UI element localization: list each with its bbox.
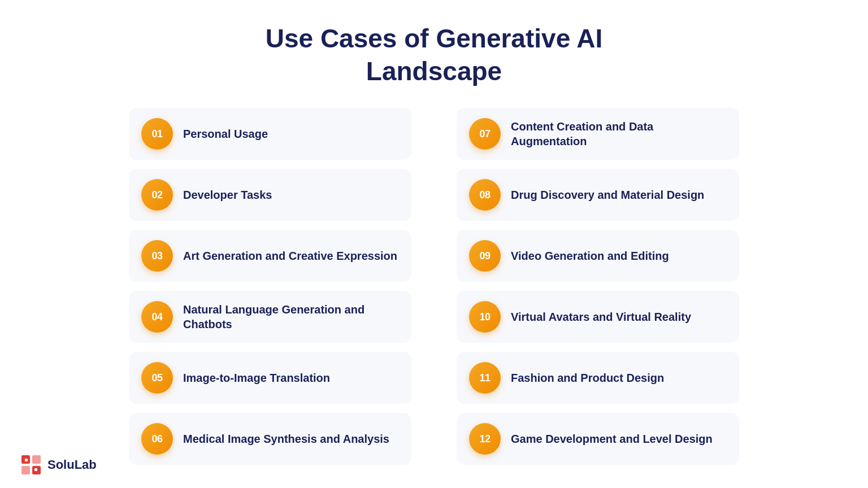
title-line1: Use Cases of Generative AI	[266, 24, 603, 53]
use-case-card: 11Fashion and Product Design	[457, 352, 739, 404]
use-case-badge: 10	[469, 301, 501, 333]
use-case-badge: 11	[469, 362, 501, 394]
title-line2: Landscape	[366, 56, 502, 86]
use-case-label: Developer Tasks	[183, 188, 272, 202]
use-case-card: 01Personal Usage	[129, 108, 411, 160]
svg-rect-4	[25, 459, 28, 461]
use-case-label: Natural Language Generation and Chatbots	[183, 302, 399, 332]
use-case-card: 07Content Creation and Data Augmentation	[457, 108, 739, 160]
use-case-card: 12Game Development and Level Design	[457, 413, 739, 465]
use-case-label: Drug Discovery and Material Design	[511, 188, 704, 202]
use-case-badge: 07	[469, 118, 501, 150]
use-case-badge: 04	[141, 301, 173, 333]
svg-rect-2	[21, 466, 30, 474]
use-case-label: Art Generation and Creative Expression	[183, 249, 397, 263]
use-case-card: 06Medical Image Synthesis and Analysis	[129, 413, 411, 465]
use-case-card: 10Virtual Avatars and Virtual Reality	[457, 291, 739, 343]
use-cases-grid: 01Personal Usage07Content Creation and D…	[123, 108, 745, 465]
svg-rect-5	[34, 468, 37, 471]
use-case-card: 05Image-to-Image Translation	[129, 352, 411, 404]
use-case-badge: 09	[469, 240, 501, 272]
svg-rect-1	[32, 455, 41, 464]
use-case-label: Game Development and Level Design	[511, 432, 713, 446]
use-case-card: 08Drug Discovery and Material Design	[457, 169, 739, 221]
use-case-badge: 06	[141, 423, 173, 455]
use-case-badge: 01	[141, 118, 173, 150]
use-case-label: Image-to-Image Translation	[183, 371, 330, 385]
logo-text: SoluLab	[47, 457, 97, 472]
logo-area: SoluLab	[20, 454, 97, 476]
use-case-badge: 03	[141, 240, 173, 272]
use-case-badge: 05	[141, 362, 173, 394]
use-case-badge: 02	[141, 179, 173, 211]
use-case-card: 03Art Generation and Creative Expression	[129, 230, 411, 282]
use-case-label: Virtual Avatars and Virtual Reality	[511, 310, 691, 324]
use-case-label: Fashion and Product Design	[511, 371, 664, 385]
use-case-badge: 12	[469, 423, 501, 455]
page-title: Use Cases of Generative AI Landscape	[266, 23, 603, 88]
use-case-card: 09Video Generation and Editing	[457, 230, 739, 282]
use-case-card: 04Natural Language Generation and Chatbo…	[129, 291, 411, 343]
use-case-label: Video Generation and Editing	[511, 249, 669, 263]
use-case-label: Medical Image Synthesis and Analysis	[183, 432, 389, 446]
use-case-label: Content Creation and Data Augmentation	[511, 119, 727, 149]
use-case-label: Personal Usage	[183, 127, 268, 141]
use-case-card: 02Developer Tasks	[129, 169, 411, 221]
use-case-badge: 08	[469, 179, 501, 211]
solulab-logo-icon	[20, 454, 42, 476]
